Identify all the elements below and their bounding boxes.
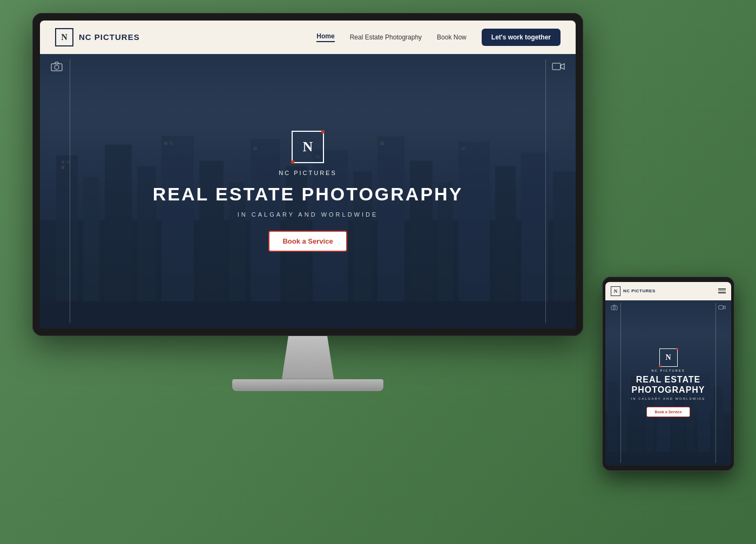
tablet-nav-brand: N NC PICTURES — [611, 286, 656, 296]
hamburger-menu[interactable] — [718, 288, 726, 293]
nav-logo-letter: N — [61, 32, 68, 42]
monitor-neck — [275, 336, 340, 379]
book-service-button[interactable]: Book a Service — [268, 231, 347, 252]
tablet-screen: N NC PICTURES — [605, 282, 731, 466]
tablet-nav-logo: N — [611, 286, 620, 296]
tablet-website: N NC PICTURES — [605, 282, 731, 466]
monitor-screen: N NC PICTURES Home Real Estate Photograp… — [40, 21, 576, 328]
monitor-base — [232, 379, 383, 391]
nav-logo-box: N — [55, 28, 73, 46]
nav-link-home[interactable]: Home — [316, 32, 334, 42]
desktop-hero: N NC PICTURES REAL ESTATE PHOTOGRAPHY IN… — [40, 54, 576, 328]
hero-subtitle: IN CALGARY AND WORLDWIDE — [238, 211, 379, 218]
tablet-book-button[interactable]: Book a Service — [646, 407, 690, 417]
nav-cta-button[interactable]: Let's work together — [482, 29, 561, 46]
hero-brand-name: NC PICTURES — [279, 170, 337, 176]
nav-link-booknow[interactable]: Book Now — [437, 33, 467, 41]
hero-title: REAL ESTATE PHOTOGRAPHY — [153, 184, 463, 205]
tablet-nav-name: NC PICTURES — [623, 288, 656, 293]
tablet-hero-title: REAL ESTATE PHOTOGRAPHY — [631, 374, 705, 395]
hero-logo-icon: N — [292, 131, 324, 163]
tablet: N NC PICTURES — [602, 277, 734, 471]
tablet-logo-icon: N — [659, 348, 678, 367]
tablet-nav: N NC PICTURES — [605, 282, 731, 300]
nav-link-realestate[interactable]: Real Estate Photography — [350, 33, 422, 41]
tablet-hero-content: N NC PICTURES REAL ESTATE PHOTOGRAPHY IN… — [605, 300, 731, 466]
monitor-bezel: N NC PICTURES Home Real Estate Photograp… — [32, 13, 583, 336]
scene: N NC PICTURES Home Real Estate Photograp… — [16, 13, 740, 532]
nav-brand: N NC PICTURES — [55, 28, 140, 46]
monitor: N NC PICTURES Home Real Estate Photograp… — [32, 13, 583, 391]
tablet-brand-name: NC PICTURES — [651, 369, 685, 372]
monitor-stand — [32, 336, 583, 391]
hero-content: N NC PICTURES REAL ESTATE PHOTOGRAPHY IN… — [40, 54, 576, 328]
desktop-nav: N NC PICTURES Home Real Estate Photograp… — [40, 21, 576, 54]
nav-links: Home Real Estate Photography Book Now Le… — [316, 29, 561, 46]
nav-brand-name: NC PICTURES — [79, 32, 140, 42]
tablet-hero: N NC PICTURES REAL ESTATE PHOTOGRAPHY IN… — [605, 300, 731, 466]
tablet-hero-subtitle: IN CALGARY AND WORLDWIDE — [631, 397, 706, 400]
tablet-bezel: N NC PICTURES — [602, 277, 734, 471]
desktop-website: N NC PICTURES Home Real Estate Photograp… — [40, 21, 576, 328]
